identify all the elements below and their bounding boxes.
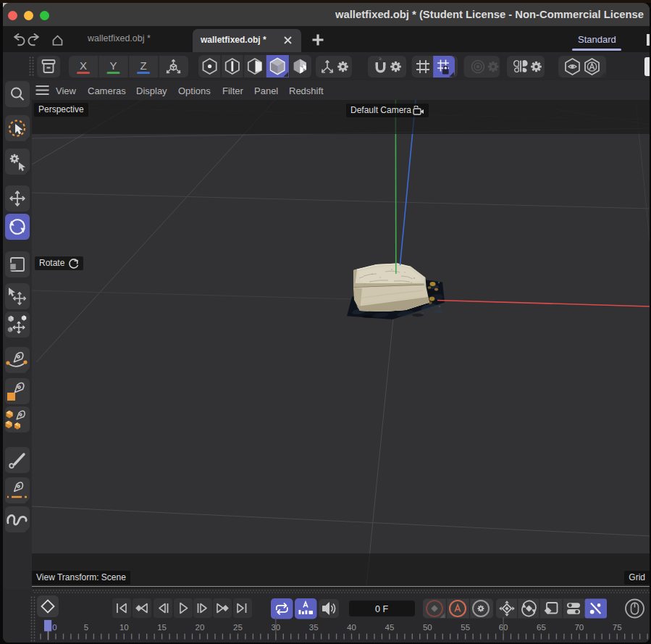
- svg-text:70: 70: [574, 623, 584, 632]
- svg-text:75: 75: [613, 623, 622, 632]
- svg-text:50: 50: [423, 623, 432, 632]
- svg-text:35: 35: [309, 623, 319, 632]
- svg-text:15: 15: [157, 623, 167, 632]
- svg-text:65: 65: [537, 623, 546, 632]
- svg-text:25: 25: [233, 623, 243, 632]
- svg-text:55: 55: [461, 623, 470, 632]
- svg-text:5: 5: [84, 623, 88, 632]
- svg-text:40: 40: [347, 623, 356, 632]
- svg-text:X: X: [80, 59, 87, 72]
- svg-text:Z: Z: [140, 59, 146, 72]
- svg-text:0 F: 0 F: [375, 604, 388, 614]
- svg-text:10: 10: [119, 623, 129, 632]
- svg-text:20: 20: [196, 623, 205, 632]
- svg-text:45: 45: [385, 623, 395, 632]
- svg-text:Y: Y: [109, 59, 117, 72]
- svg-text:0: 0: [52, 623, 56, 632]
